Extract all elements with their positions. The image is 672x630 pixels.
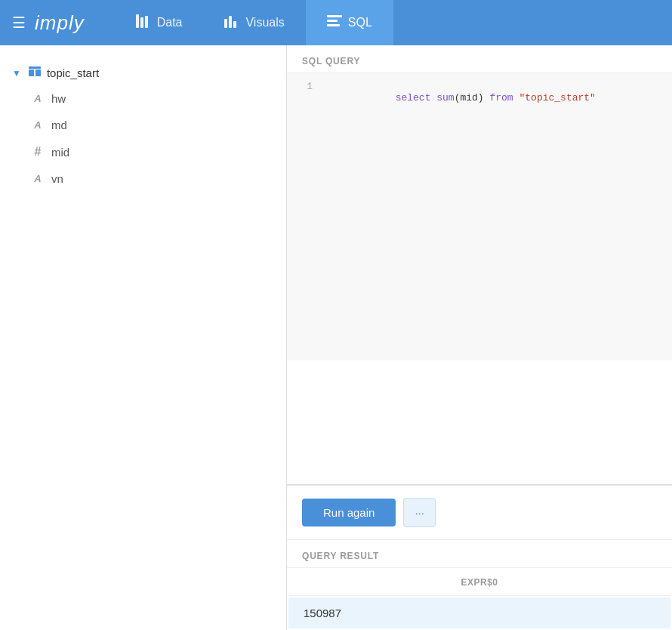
nav-item-data-label: Data — [157, 16, 183, 29]
type-string-icon-md: A — [32, 119, 44, 131]
sidebar: ▼ topic_start A hw A md # mid A vn — [0, 45, 287, 630]
sidebar-item-vn[interactable]: A vn — [0, 165, 286, 192]
more-options-button[interactable]: ··· — [403, 498, 436, 527]
svg-rect-9 — [29, 66, 41, 69]
sidebar-child-label-mid: mid — [51, 146, 69, 159]
result-row-0: 150987 — [288, 598, 670, 628]
type-string-icon-hw: A — [32, 93, 44, 104]
result-cell-0-0: 150987 — [288, 598, 670, 628]
type-number-icon-mid: # — [32, 145, 44, 159]
sql-editor[interactable]: 1 select sum(mid) from "topic_start" — [287, 73, 672, 360]
more-options-icon: ··· — [415, 506, 424, 519]
sidebar-child-label-vn: vn — [51, 172, 63, 185]
sql-query-header: SQL QUERY — [287, 45, 672, 73]
main-layout: ▼ topic_start A hw A md # mid A vn — [0, 45, 672, 630]
nav-item-data[interactable]: Data — [115, 0, 204, 45]
svg-rect-1 — [140, 17, 143, 28]
svg-rect-10 — [29, 69, 34, 76]
svg-rect-2 — [145, 16, 148, 28]
top-nav: ☰ imply Data Visuals — [0, 0, 672, 45]
run-again-button[interactable]: Run again — [302, 499, 396, 527]
nav-items: Data Visuals SQL — [115, 0, 393, 45]
visuals-icon — [224, 14, 239, 32]
svg-rect-8 — [327, 24, 340, 26]
sidebar-item-hw[interactable]: A hw — [0, 85, 286, 112]
nav-item-visuals-label: Visuals — [245, 16, 284, 29]
svg-rect-11 — [35, 69, 41, 76]
sidebar-root-item[interactable]: ▼ topic_start — [0, 60, 286, 85]
action-bar: Run again ··· — [287, 485, 672, 540]
sidebar-item-mid[interactable]: # mid — [0, 138, 286, 165]
sidebar-child-label-hw: hw — [51, 92, 66, 105]
svg-rect-3 — [224, 19, 227, 28]
sql-line-1: 1 select sum(mid) from "topic_start" — [287, 73, 672, 122]
svg-rect-4 — [229, 16, 232, 28]
nav-item-visuals[interactable]: Visuals — [203, 0, 305, 45]
sql-line-number-1: 1 — [287, 81, 325, 92]
nav-item-sql[interactable]: SQL — [306, 0, 393, 45]
query-result-header: QUERY RESULT — [287, 540, 672, 568]
sidebar-item-md[interactable]: A md — [0, 112, 286, 138]
brand-logo: imply — [35, 11, 85, 35]
nav-item-sql-label: SQL — [348, 16, 372, 29]
sidebar-child-label-md: md — [51, 119, 67, 131]
sql-query-section: SQL QUERY 1 select sum(mid) from "topic_… — [287, 45, 672, 485]
svg-rect-7 — [327, 20, 338, 22]
type-string-icon-vn: A — [32, 173, 44, 184]
result-col-header-0: EXPR$0 — [288, 570, 670, 596]
sql-line-content-1: select sum(mid) from "topic_start" — [325, 81, 596, 115]
result-table: EXPR$0 150987 — [287, 568, 672, 630]
table-icon — [29, 66, 41, 79]
right-panel: SQL QUERY 1 select sum(mid) from "topic_… — [287, 45, 672, 630]
sql-icon — [327, 15, 342, 31]
tree-arrow-icon: ▼ — [12, 68, 21, 79]
svg-rect-5 — [233, 21, 236, 28]
sidebar-root-label: topic_start — [47, 66, 99, 79]
svg-rect-6 — [327, 15, 342, 17]
query-result-section: QUERY RESULT EXPR$0 150987 — [287, 540, 672, 630]
hamburger-icon[interactable]: ☰ — [12, 14, 26, 32]
svg-rect-0 — [136, 14, 139, 28]
data-icon — [136, 14, 151, 32]
